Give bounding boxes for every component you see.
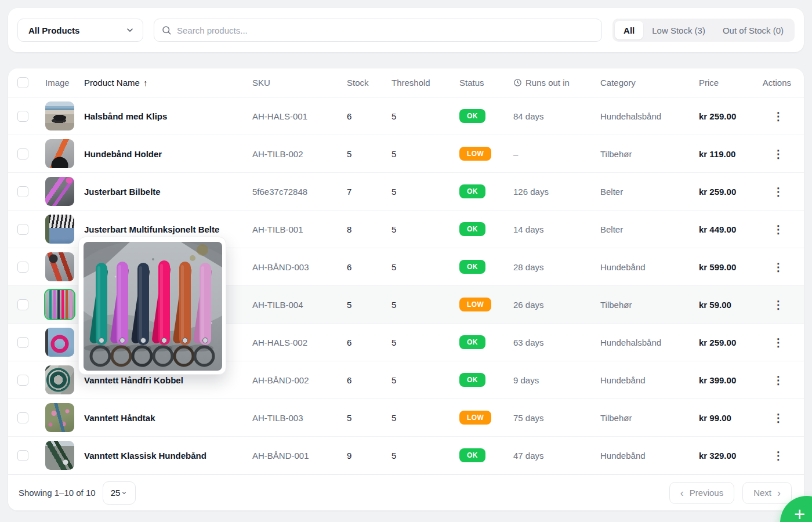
runs-out-value: 63 days xyxy=(513,338,600,347)
category-value: Hundehalsbånd xyxy=(600,338,699,347)
threshold-value: 5 xyxy=(392,262,459,272)
category-value: Hundehalsbånd xyxy=(600,111,699,121)
runs-out-value: 75 days xyxy=(513,413,600,423)
column-header-threshold: Threshold xyxy=(392,78,459,88)
threshold-value: 5 xyxy=(392,300,459,310)
threshold-value: 5 xyxy=(392,375,459,385)
threshold-value: 5 xyxy=(392,338,459,347)
product-thumbnail[interactable] xyxy=(45,365,74,394)
sort-ascending-icon: ↑ xyxy=(143,78,148,88)
page-size-select[interactable]: 25 xyxy=(103,481,136,505)
row-actions-menu-button[interactable]: ⋮ xyxy=(768,334,789,351)
table-row[interactable]: Justerbart Bilbelte 5f6e37c72848 7 5 OK … xyxy=(8,173,804,211)
row-checkbox[interactable] xyxy=(17,262,28,273)
threshold-value: 5 xyxy=(392,149,459,159)
status-badge: OK xyxy=(459,335,485,349)
previous-page-button[interactable]: ‹ Previous xyxy=(669,482,734,504)
product-thumbnail[interactable] xyxy=(45,252,74,281)
runs-out-value: 28 days xyxy=(513,262,600,272)
row-checkbox[interactable] xyxy=(17,375,28,386)
row-checkbox[interactable] xyxy=(17,337,28,348)
plus-icon: + xyxy=(794,503,805,522)
price-value: kr 119.00 xyxy=(699,149,766,159)
table-row[interactable]: Hundebånd Holder AH-TILB-002 5 5 LOW – T… xyxy=(8,135,804,173)
product-thumbnail[interactable] xyxy=(45,290,74,319)
status-badge: LOW xyxy=(459,411,491,425)
status-badge: OK xyxy=(459,222,485,236)
row-checkbox[interactable] xyxy=(17,148,28,160)
next-page-button[interactable]: Next › xyxy=(742,482,792,504)
category-value: Belter xyxy=(600,187,699,197)
stock-value: 6 xyxy=(347,338,392,347)
tab-out-of-stock[interactable]: Out of Stock (0) xyxy=(714,21,792,39)
product-thumbnail[interactable] xyxy=(45,177,74,206)
category-filter-dropdown[interactable]: All Products xyxy=(17,19,143,42)
product-thumbnail[interactable] xyxy=(45,328,74,357)
stock-value: 5 xyxy=(347,413,392,423)
price-value: kr 259.00 xyxy=(699,338,766,347)
runs-out-value: 47 days xyxy=(513,451,600,461)
table-row[interactable]: Halsbånd med Klips AH-HALS-001 6 5 OK 84… xyxy=(8,97,804,135)
product-thumbnail[interactable] xyxy=(45,403,74,432)
product-sku: AH-BÅND-002 xyxy=(252,375,347,385)
price-value: kr 399.00 xyxy=(699,375,766,385)
price-value: kr 599.00 xyxy=(699,262,766,272)
tab-all[interactable]: All xyxy=(615,21,643,39)
status-badge: OK xyxy=(459,373,485,387)
row-actions-menu-button[interactable]: ⋮ xyxy=(768,258,789,276)
row-actions-menu-button[interactable]: ⋮ xyxy=(768,107,789,125)
status-badge: LOW xyxy=(459,298,491,311)
row-actions-menu-button[interactable]: ⋮ xyxy=(768,409,789,427)
chevron-right-icon: › xyxy=(777,488,781,498)
product-thumbnail[interactable] xyxy=(45,102,74,130)
price-value: kr 99.00 xyxy=(699,413,766,423)
product-thumbnail[interactable] xyxy=(45,139,74,168)
price-value: kr 59.00 xyxy=(699,300,766,310)
table-row[interactable]: Vanntett Håndtak AH-TILB-003 5 5 LOW 75 … xyxy=(8,399,804,437)
table-row[interactable]: Vanntett Klassisk Hundebånd AH-BÅND-001 … xyxy=(8,437,804,474)
threshold-value: 5 xyxy=(392,413,459,423)
row-actions-menu-button[interactable]: ⋮ xyxy=(768,447,789,465)
category-value: Tilbehør xyxy=(600,413,699,423)
select-all-checkbox[interactable] xyxy=(17,77,28,88)
row-checkbox[interactable] xyxy=(17,111,28,122)
row-actions-menu-button[interactable]: ⋮ xyxy=(768,220,789,238)
row-actions-menu-button[interactable]: ⋮ xyxy=(768,183,789,201)
product-thumbnail[interactable] xyxy=(45,441,74,470)
runs-out-value: 126 days xyxy=(513,187,600,197)
search-box[interactable] xyxy=(154,19,602,42)
category-filter-value: All Products xyxy=(28,26,79,35)
search-input[interactable] xyxy=(177,26,594,35)
product-sku: AH-BÅND-003 xyxy=(252,262,347,272)
column-header-stock: Stock xyxy=(347,78,392,88)
stock-value: 9 xyxy=(347,451,392,461)
row-checkbox[interactable] xyxy=(17,450,28,461)
status-badge: LOW xyxy=(459,147,491,161)
category-value: Hundebånd xyxy=(600,375,699,385)
row-actions-menu-button[interactable]: ⋮ xyxy=(768,371,789,389)
runs-out-value: 26 days xyxy=(513,300,600,310)
runs-out-value: – xyxy=(513,149,600,159)
row-checkbox[interactable] xyxy=(17,186,28,197)
product-name: Vanntett Håndtak xyxy=(84,413,252,423)
pagination-summary: Showing 1–10 of 10 xyxy=(19,488,96,498)
category-value: Tilbehør xyxy=(600,149,699,159)
product-name: Hundebånd Holder xyxy=(84,149,252,159)
column-header-category: Category xyxy=(600,78,699,88)
status-badge: OK xyxy=(459,109,485,123)
search-icon xyxy=(161,25,172,35)
column-header-product-name[interactable]: Product Name ↑ xyxy=(84,78,252,88)
product-sku: AH-TILB-004 xyxy=(252,300,347,310)
product-sku: AH-TILB-002 xyxy=(252,149,347,159)
row-actions-menu-button[interactable]: ⋮ xyxy=(768,145,789,163)
threshold-value: 5 xyxy=(392,451,459,461)
chevron-left-icon: ‹ xyxy=(680,488,684,498)
product-thumbnail[interactable] xyxy=(45,215,74,244)
stock-filter-tabs: All Low Stock (3) Out of Stock (0) xyxy=(612,19,795,42)
row-actions-menu-button[interactable]: ⋮ xyxy=(768,296,789,314)
tab-low-stock[interactable]: Low Stock (3) xyxy=(643,21,714,39)
product-sku: AH-BÅND-001 xyxy=(252,451,347,461)
row-checkbox[interactable] xyxy=(17,412,28,423)
row-checkbox[interactable] xyxy=(17,299,28,310)
row-checkbox[interactable] xyxy=(17,224,28,235)
